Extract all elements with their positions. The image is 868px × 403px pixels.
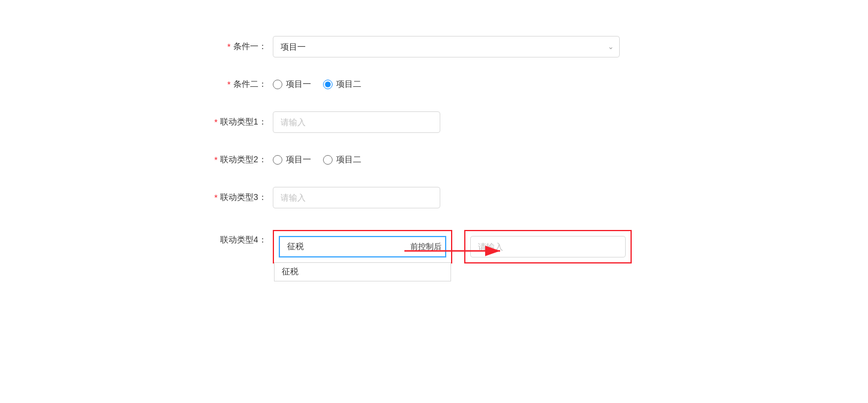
condition1-label: * 条件一： <box>189 41 267 52</box>
condition2-radio-2[interactable] <box>323 80 333 89</box>
condition2-row: * 条件二： 项目一 项目二 <box>189 79 680 90</box>
condition2-radio-2-label: 项目二 <box>336 79 361 90</box>
linkage-type4-label-text: 联动类型4 <box>220 235 258 246</box>
condition2-radio-item-2[interactable]: 项目二 <box>323 79 361 90</box>
required-star-1: * <box>227 42 230 51</box>
linkage-type2-row: * 联动类型2： 项目一 项目二 <box>189 154 680 165</box>
linkage-type3-label: * 联动类型3： <box>189 192 267 203</box>
linkage-type3-label-text: 联动类型3 <box>220 192 258 203</box>
required-star-3: * <box>214 117 217 127</box>
linkage-type1-label-text: 联动类型1 <box>220 117 258 128</box>
linkage-type2-radio-item-1[interactable]: 项目一 <box>273 154 311 165</box>
linkage-type4-suggest-box: 征税 <box>274 262 451 281</box>
linkage-type4-content: 前控制后 征税 <box>273 230 632 263</box>
linkage-type4-left-input[interactable] <box>279 236 446 257</box>
linkage-type4-row: 联动类型4： 前控制后 征税 <box>189 230 680 263</box>
linkage-type2-radio-1[interactable] <box>273 155 282 165</box>
condition2-label: * 条件二： <box>189 79 267 90</box>
page-container: * 条件一： 项目一 项目二 项目三 ⌄ * 条件二： <box>0 0 868 403</box>
required-star-4: * <box>214 155 217 165</box>
linkage-type1-row: * 联动类型1： <box>189 111 680 133</box>
linkage-type2-radio-item-2[interactable]: 项目二 <box>323 154 361 165</box>
required-star-2: * <box>227 80 230 89</box>
linkage-type4-left-box: 前控制后 征税 <box>273 230 452 263</box>
linkage-type2-radio-group: 项目一 项目二 <box>273 154 680 165</box>
condition1-label-text: 条件一 <box>233 41 258 52</box>
linkage-type1-content <box>273 111 680 133</box>
condition1-select[interactable]: 项目一 项目二 项目三 <box>273 36 620 57</box>
condition2-radio-1[interactable] <box>273 80 282 89</box>
condition2-radio-item-1[interactable]: 项目一 <box>273 79 311 90</box>
required-star-5: * <box>214 193 217 202</box>
linkage-type1-input[interactable] <box>273 111 440 133</box>
linkage-type2-radio-2[interactable] <box>323 155 333 165</box>
condition1-content: 项目一 项目二 项目三 ⌄ <box>273 36 680 57</box>
linkage-type4-right-box <box>464 230 632 263</box>
linkage-type3-content <box>273 187 680 208</box>
linkage-type2-radio-2-label: 项目二 <box>336 154 361 165</box>
linkage-type2-label-text: 联动类型2 <box>220 154 258 165</box>
condition2-radio-group: 项目一 项目二 <box>273 79 680 90</box>
condition2-label-text: 条件二 <box>233 79 258 90</box>
condition2-radio-1-label: 项目一 <box>286 79 311 90</box>
linkage-type2-content: 项目一 项目二 <box>273 154 680 165</box>
linkage-type1-label: * 联动类型1： <box>189 117 267 128</box>
condition2-content: 项目一 项目二 <box>273 79 680 90</box>
condition1-row: * 条件一： 项目一 项目二 项目三 ⌄ <box>189 36 680 57</box>
linkage-type2-label: * 联动类型2： <box>189 154 267 165</box>
linkage-type4-right-input[interactable] <box>470 236 626 257</box>
linkage-type4-input-container: 前控制后 <box>279 236 446 257</box>
linkage-type3-row: * 联动类型3： <box>189 187 680 208</box>
linkage-type4-label: 联动类型4： <box>189 230 267 246</box>
condition1-select-wrapper: 项目一 项目二 项目三 ⌄ <box>273 36 620 57</box>
linkage-type3-input[interactable] <box>273 187 440 208</box>
linkage-type2-radio-1-label: 项目一 <box>286 154 311 165</box>
suggest-item-1[interactable]: 征税 <box>275 263 450 281</box>
form-wrapper: * 条件一： 项目一 项目二 项目三 ⌄ * 条件二： <box>165 24 703 297</box>
